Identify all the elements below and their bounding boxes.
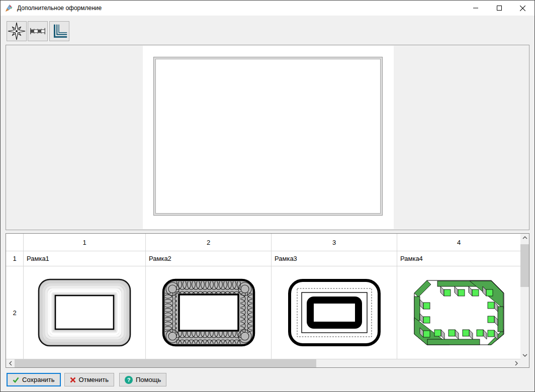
close-button[interactable] xyxy=(511,1,534,16)
row-header-2[interactable]: 2 xyxy=(6,266,24,359)
close-icon xyxy=(520,6,525,11)
header-row: 1 2 3 4 xyxy=(6,234,529,251)
column-header-2[interactable]: 2 xyxy=(146,234,272,251)
frame4-image xyxy=(412,278,506,347)
help-icon: ? xyxy=(125,376,133,384)
maximize-icon xyxy=(497,6,502,11)
frame3-image xyxy=(288,278,381,347)
preview-frame xyxy=(153,57,383,216)
chevron-left-icon xyxy=(9,361,12,366)
frame-name-cell-3[interactable]: Рамка3 xyxy=(272,251,397,266)
frame-name-cell-4[interactable]: Рамка4 xyxy=(397,251,520,266)
chevron-up-icon xyxy=(522,236,527,239)
scale-bar-button[interactable] xyxy=(28,21,48,41)
window-controls xyxy=(464,1,534,16)
column-header-4[interactable]: 4 xyxy=(397,234,520,251)
corner-frame-button[interactable] xyxy=(49,21,69,41)
minimize-icon xyxy=(473,8,478,9)
frame2-image xyxy=(162,278,255,347)
window-title: Дополнительное оформление xyxy=(17,5,102,12)
column-header-1[interactable]: 1 xyxy=(24,234,146,251)
corner-header-cell[interactable] xyxy=(6,234,24,251)
preview-page xyxy=(143,46,394,229)
frame-name-cell-1[interactable]: Рамка1 xyxy=(24,251,146,266)
preview-frame-inner xyxy=(155,59,381,214)
svg-text:?: ? xyxy=(127,377,131,383)
chevron-down-icon xyxy=(522,354,527,357)
minimize-button[interactable] xyxy=(464,1,487,16)
frames-table: 1 2 3 4 1 Рамка1 Рамка2 Рамка3 Рамка4 2 xyxy=(6,233,529,368)
chevron-right-icon xyxy=(515,361,518,366)
compass-rose-icon xyxy=(7,22,26,41)
scroll-right-button[interactable] xyxy=(512,359,520,367)
frame-preview-cell-4[interactable] xyxy=(397,266,520,359)
column-header-3[interactable]: 3 xyxy=(272,234,397,251)
scroll-left-button[interactable] xyxy=(6,359,15,367)
row-header-1[interactable]: 1 xyxy=(6,251,24,266)
horizontal-scrollbar-thumb[interactable] xyxy=(15,359,316,367)
horizontal-scrollbar[interactable] xyxy=(6,359,520,367)
corner-frame-icon xyxy=(50,22,69,41)
help-button-label: Помощь xyxy=(136,376,161,383)
maximize-button[interactable] xyxy=(487,1,511,16)
compass-rose-button[interactable] xyxy=(7,21,27,41)
scroll-up-button[interactable] xyxy=(520,234,529,242)
toolbar xyxy=(1,16,534,45)
save-button[interactable]: Сохранить xyxy=(7,373,61,386)
table-row-names: 1 Рамка1 Рамка2 Рамка3 Рамка4 xyxy=(6,251,529,266)
check-icon xyxy=(13,377,19,383)
cancel-button[interactable]: Отменить xyxy=(64,373,114,386)
scale-bar-icon xyxy=(28,22,47,41)
frame-preview-cell-1[interactable] xyxy=(24,266,146,359)
frame1-image xyxy=(38,278,131,347)
scrollbar-corner xyxy=(520,359,529,367)
app-icon xyxy=(5,4,13,12)
cancel-button-label: Отменить xyxy=(79,376,109,383)
vertical-scrollbar-thumb[interactable] xyxy=(520,244,529,287)
scroll-down-button[interactable] xyxy=(520,351,529,359)
save-button-label: Сохранить xyxy=(22,376,55,383)
dialog-window: Дополнительное оформление xyxy=(0,0,535,392)
preview-panel xyxy=(6,45,529,230)
frame-preview-cell-3[interactable] xyxy=(272,266,397,359)
frame-name-cell-2[interactable]: Рамка2 xyxy=(146,251,272,266)
footer-bar: Сохранить Отменить ? Помощь xyxy=(1,368,534,392)
frame-preview-cell-2[interactable] xyxy=(146,266,272,359)
cross-icon xyxy=(70,377,76,383)
vertical-scrollbar[interactable] xyxy=(520,234,529,359)
titlebar: Дополнительное оформление xyxy=(1,1,534,16)
table-row-previews: 2 xyxy=(6,266,529,359)
help-button[interactable]: ? Помощь xyxy=(119,373,166,386)
